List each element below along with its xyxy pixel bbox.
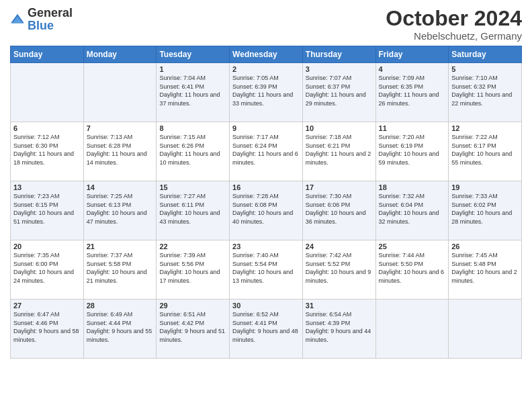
day-number: 29 — [159, 302, 226, 310]
day-info: Sunrise: 6:52 AMSunset: 4:41 PMDaylight:… — [232, 311, 298, 343]
day-number: 17 — [306, 183, 373, 191]
logo: General Blue — [10, 7, 73, 32]
day-number: 15 — [159, 183, 226, 191]
day-number: 6 — [13, 124, 81, 132]
day-number: 12 — [451, 124, 519, 132]
day-number: 5 — [451, 65, 519, 73]
day-info: Sunrise: 7:30 AMSunset: 6:06 PMDaylight:… — [306, 193, 366, 225]
day-cell: 5Sunrise: 7:10 AMSunset: 6:32 PMDaylight… — [449, 63, 522, 122]
day-cell: 10Sunrise: 7:18 AMSunset: 6:21 PMDayligh… — [302, 122, 375, 181]
week-row-1: 6Sunrise: 7:12 AMSunset: 6:30 PMDaylight… — [11, 122, 522, 181]
page: General Blue October 2024 Nebelschuetz, … — [0, 0, 532, 411]
title-block: October 2024 Nebelschuetz, Germany — [386, 7, 522, 42]
day-cell: 1Sunrise: 7:04 AMSunset: 6:41 PMDaylight… — [157, 63, 230, 122]
day-info: Sunrise: 7:22 AMSunset: 6:17 PMDaylight:… — [451, 134, 512, 166]
col-sunday: Sunday — [11, 46, 84, 63]
day-number: 11 — [379, 124, 446, 132]
day-cell: 30Sunrise: 6:52 AMSunset: 4:41 PMDayligh… — [230, 300, 303, 359]
day-cell: 25Sunrise: 7:44 AMSunset: 5:50 PMDayligh… — [375, 240, 449, 300]
col-wednesday: Wednesday — [230, 46, 303, 63]
day-cell: 17Sunrise: 7:30 AMSunset: 6:06 PMDayligh… — [302, 181, 375, 240]
day-number: 22 — [159, 242, 226, 250]
day-cell: 24Sunrise: 7:42 AMSunset: 5:52 PMDayligh… — [302, 240, 375, 300]
day-info: Sunrise: 7:13 AMSunset: 6:28 PMDaylight:… — [87, 134, 147, 166]
day-cell: 28Sunrise: 6:49 AMSunset: 4:44 PMDayligh… — [83, 300, 157, 359]
calendar-table: Sunday Monday Tuesday Wednesday Thursday… — [10, 46, 522, 359]
day-cell: 23Sunrise: 7:40 AMSunset: 5:54 PMDayligh… — [230, 240, 303, 300]
day-info: Sunrise: 7:20 AMSunset: 6:19 PMDaylight:… — [379, 134, 439, 166]
day-info: Sunrise: 7:09 AMSunset: 6:35 PMDaylight:… — [379, 75, 439, 107]
day-number: 20 — [13, 242, 81, 250]
day-cell — [375, 300, 449, 359]
day-info: Sunrise: 6:47 AMSunset: 4:46 PMDaylight:… — [13, 311, 79, 343]
day-cell: 14Sunrise: 7:25 AMSunset: 6:13 PMDayligh… — [83, 181, 157, 240]
day-cell: 21Sunrise: 7:37 AMSunset: 5:58 PMDayligh… — [83, 240, 157, 300]
month-title: October 2024 — [386, 7, 522, 30]
day-cell: 26Sunrise: 7:45 AMSunset: 5:48 PMDayligh… — [449, 240, 522, 300]
day-cell: 4Sunrise: 7:09 AMSunset: 6:35 PMDaylight… — [375, 63, 449, 122]
day-cell: 27Sunrise: 6:47 AMSunset: 4:46 PMDayligh… — [11, 300, 84, 359]
day-info: Sunrise: 7:18 AMSunset: 6:21 PMDaylight:… — [306, 134, 371, 166]
day-info: Sunrise: 7:05 AMSunset: 6:39 PMDaylight:… — [232, 75, 293, 107]
day-cell: 8Sunrise: 7:15 AMSunset: 6:26 PMDaylight… — [157, 122, 230, 181]
col-saturday: Saturday — [449, 46, 522, 63]
day-number: 14 — [87, 183, 154, 191]
day-cell: 15Sunrise: 7:27 AMSunset: 6:11 PMDayligh… — [157, 181, 230, 240]
header-row: Sunday Monday Tuesday Wednesday Thursday… — [11, 46, 522, 63]
day-number: 13 — [13, 183, 81, 191]
week-row-4: 27Sunrise: 6:47 AMSunset: 4:46 PMDayligh… — [11, 300, 522, 359]
day-info: Sunrise: 7:32 AMSunset: 6:04 PMDaylight:… — [379, 193, 439, 225]
day-cell: 3Sunrise: 7:07 AMSunset: 6:37 PMDaylight… — [302, 63, 375, 122]
day-cell: 18Sunrise: 7:32 AMSunset: 6:04 PMDayligh… — [375, 181, 449, 240]
day-number: 23 — [232, 242, 300, 250]
day-cell: 22Sunrise: 7:39 AMSunset: 5:56 PMDayligh… — [157, 240, 230, 300]
calendar-body: 1Sunrise: 7:04 AMSunset: 6:41 PMDaylight… — [11, 63, 522, 359]
day-cell: 16Sunrise: 7:28 AMSunset: 6:08 PMDayligh… — [230, 181, 303, 240]
col-monday: Monday — [83, 46, 157, 63]
col-friday: Friday — [375, 46, 449, 63]
day-cell — [449, 300, 522, 359]
header: General Blue October 2024 Nebelschuetz, … — [10, 7, 522, 42]
day-number: 3 — [306, 65, 373, 73]
day-number: 4 — [379, 65, 446, 73]
week-row-2: 13Sunrise: 7:23 AMSunset: 6:15 PMDayligh… — [11, 181, 522, 240]
day-number: 10 — [306, 124, 373, 132]
day-number: 21 — [87, 242, 154, 250]
day-number: 7 — [87, 124, 154, 132]
day-info: Sunrise: 7:12 AMSunset: 6:30 PMDaylight:… — [13, 134, 74, 166]
day-cell: 7Sunrise: 7:13 AMSunset: 6:28 PMDaylight… — [83, 122, 157, 181]
day-number: 16 — [232, 183, 300, 191]
day-info: Sunrise: 7:35 AMSunset: 6:00 PMDaylight:… — [13, 252, 74, 284]
day-info: Sunrise: 7:15 AMSunset: 6:26 PMDaylight:… — [159, 134, 220, 166]
day-number: 2 — [232, 65, 300, 73]
day-info: Sunrise: 7:07 AMSunset: 6:37 PMDaylight:… — [306, 75, 366, 107]
day-number: 9 — [232, 124, 300, 132]
day-number: 8 — [159, 124, 226, 132]
day-info: Sunrise: 6:54 AMSunset: 4:39 PMDaylight:… — [306, 311, 371, 343]
day-info: Sunrise: 7:44 AMSunset: 5:50 PMDaylight:… — [379, 252, 445, 284]
day-info: Sunrise: 7:25 AMSunset: 6:13 PMDaylight:… — [87, 193, 147, 225]
day-info: Sunrise: 7:33 AMSunset: 6:02 PMDaylight:… — [451, 193, 512, 225]
day-info: Sunrise: 7:40 AMSunset: 5:54 PMDaylight:… — [232, 252, 293, 284]
day-number: 28 — [87, 302, 154, 310]
location-title: Nebelschuetz, Germany — [386, 30, 522, 42]
day-number: 31 — [306, 302, 373, 310]
day-info: Sunrise: 6:51 AMSunset: 4:42 PMDaylight:… — [159, 311, 225, 343]
logo-blue: Blue — [28, 19, 54, 32]
day-cell: 19Sunrise: 7:33 AMSunset: 6:02 PMDayligh… — [449, 181, 522, 240]
day-cell: 11Sunrise: 7:20 AMSunset: 6:19 PMDayligh… — [375, 122, 449, 181]
week-row-3: 20Sunrise: 7:35 AMSunset: 6:00 PMDayligh… — [11, 240, 522, 300]
day-number: 30 — [232, 302, 300, 310]
day-cell — [83, 63, 157, 122]
day-number: 19 — [451, 183, 519, 191]
day-info: Sunrise: 7:28 AMSunset: 6:08 PMDaylight:… — [232, 193, 293, 225]
day-info: Sunrise: 7:23 AMSunset: 6:15 PMDaylight:… — [13, 193, 74, 225]
day-cell: 13Sunrise: 7:23 AMSunset: 6:15 PMDayligh… — [11, 181, 84, 240]
day-info: Sunrise: 7:17 AMSunset: 6:24 PMDaylight:… — [232, 134, 298, 166]
day-number: 25 — [379, 242, 446, 250]
day-cell: 9Sunrise: 7:17 AMSunset: 6:24 PMDaylight… — [230, 122, 303, 181]
day-info: Sunrise: 6:49 AMSunset: 4:44 PMDaylight:… — [87, 311, 152, 343]
day-info: Sunrise: 7:04 AMSunset: 6:41 PMDaylight:… — [159, 75, 220, 107]
day-info: Sunrise: 7:39 AMSunset: 5:56 PMDaylight:… — [159, 252, 220, 284]
day-number: 1 — [159, 65, 226, 73]
